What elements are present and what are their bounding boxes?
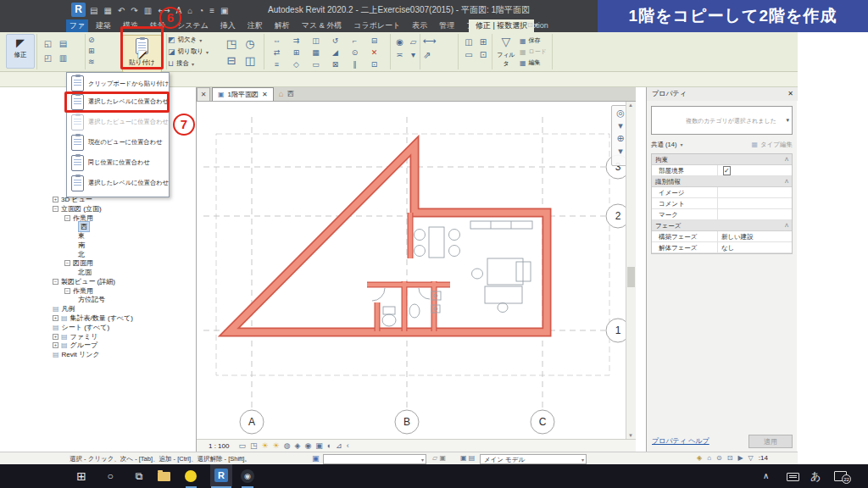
cope-icon[interactable]: ◇ [287, 58, 306, 70]
ribbon-tab-コラボレート[interactable]: コラボレート [348, 19, 406, 32]
property-section-拘束[interactable]: 拘束ᐱ [652, 154, 792, 165]
clipboard-icon[interactable]: ≋ [88, 58, 95, 66]
collapse-icon[interactable]: − [64, 260, 70, 266]
cortana-icon[interactable]: ○ [98, 464, 122, 488]
toilet[interactable] [382, 314, 396, 326]
view-panel-icon[interactable]: ≍ [393, 48, 406, 60]
ribbon-tab-注釈[interactable]: 注釈 [242, 19, 269, 32]
select-links-icon[interactable]: ◈ [697, 454, 702, 462]
wall-icon[interactable]: ▭ [306, 58, 326, 70]
paste-menu-item-4[interactable]: 現在のビューに位置合わせ [67, 132, 169, 152]
browser-item-南[interactable]: 南 [78, 241, 85, 250]
dining-table[interactable] [429, 227, 444, 258]
ribbon-options-icon[interactable]: ⊡ ▾ [527, 21, 538, 29]
geometry-big-icon[interactable]: ◷ [241, 36, 259, 53]
constraints-icon[interactable]: ⊿ [336, 441, 342, 450]
drag-selection-icon[interactable]: ▶ [737, 454, 743, 462]
browser-item-作業用[interactable]: −作業用 [64, 286, 93, 296]
view-panel-icon[interactable]: ▾ [407, 48, 420, 60]
properties-panel-icon[interactable]: ▤ [56, 37, 70, 51]
ribbon-tab-建築[interactable]: 建築 [90, 19, 117, 32]
temporary-hide-icon[interactable]: ◈ [295, 441, 301, 450]
tab-modify-multiselect[interactable]: 修正 | 複数選択 [469, 19, 534, 32]
paste-menu-item-1[interactable]: クリップボードから貼り付け [67, 75, 169, 92]
measure-icon[interactable]: ⇗ [423, 50, 437, 61]
paint-icon[interactable]: ≡ [267, 58, 287, 70]
create-icon[interactable]: ⊡ [476, 48, 490, 60]
reveal-hidden-icon[interactable]: ◉ [304, 441, 311, 450]
taskbar-revit-icon[interactable]: R [210, 464, 232, 486]
analytical-icon[interactable]: ◐ [327, 441, 331, 450]
view-scale[interactable]: 1 : 100 [209, 442, 229, 450]
toilet-2[interactable] [409, 304, 420, 318]
browser-item-集計表/数量 (すべて)[interactable]: +▤集計表/数量 (すべて) [53, 313, 133, 323]
clipboard-icon[interactable]: ⊘ [88, 36, 95, 44]
collapse-icon[interactable]: − [64, 215, 70, 221]
expand-icon[interactable]: + [53, 342, 58, 348]
counter[interactable] [470, 221, 532, 229]
view-panel-icons[interactable]: ◉▱≍▾ [393, 36, 420, 60]
geometry-big-icon[interactable]: ⊟ [222, 53, 241, 69]
create-icon[interactable]: ⊞ [476, 36, 490, 47]
browser-item-東[interactable]: 東 [78, 231, 85, 241]
ribbon-tab-解析[interactable]: 解析 [269, 19, 296, 32]
properties-panel-icon[interactable]: ◱ [41, 37, 55, 51]
vertical-scrollbar[interactable]: ▲ ▼ [626, 102, 636, 439]
properties-panel-icons[interactable]: ◱▤◰▥ [41, 37, 70, 65]
yellow-app-icon[interactable] [185, 470, 197, 482]
geometry-big-icon[interactable]: ◫ [241, 53, 259, 69]
collapse-icon[interactable]: − [53, 206, 58, 212]
selection-ロード-button[interactable]: ▦ロード [520, 47, 547, 56]
properties-panel-icon[interactable]: ◰ [41, 52, 55, 65]
browser-item-西[interactable]: 西 [78, 222, 90, 231]
property-section-フェーズ[interactable]: フェーズᐱ [652, 220, 792, 231]
tab-file[interactable]: ファイル [66, 19, 88, 32]
shadows-icon[interactable]: ☀ [273, 441, 280, 450]
edit-type-button[interactable]: ▦ タイプ編集 [751, 141, 793, 149]
select-pinned-icon[interactable]: ⊙ [716, 454, 722, 462]
clipboard-icon[interactable]: ⊞ [88, 47, 95, 55]
nav-expand-icon[interactable]: ▾ [618, 120, 623, 130]
offset-icon[interactable]: ⇉ [287, 35, 306, 47]
workset-dropdown[interactable]: ▾ [323, 454, 426, 464]
rotate-icon[interactable]: ↺ [326, 35, 345, 47]
obs-icon[interactable]: ◉ [241, 469, 254, 483]
browser-item-立面図 (立面)[interactable]: −立面図 (立面) [53, 204, 102, 214]
sun-path-icon[interactable]: ☀ [262, 441, 269, 450]
touch-keyboard-icon[interactable] [787, 473, 799, 481]
select-by-face-icon[interactable]: ⊡ [727, 454, 733, 462]
paste-menu-item-6[interactable]: 選択したレベルに位置合わせ [67, 173, 169, 193]
ribbon-tab-管理[interactable]: 管理 [433, 19, 460, 32]
scroll-up-icon[interactable]: ▲ [628, 103, 633, 108]
type-selector[interactable]: 複数のカテゴリが選択されました ▾ [651, 106, 793, 135]
windows-start-button[interactable]: ⊞ [70, 464, 93, 488]
copy-icon[interactable]: ⊞ [287, 47, 306, 58]
pin-icon[interactable]: ⊙ [345, 47, 364, 58]
floor-plan-view[interactable]: A B C 3 2 1 ◎▾⊕▾ [197, 102, 626, 439]
file-explorer-icon[interactable] [158, 472, 170, 481]
home-icon[interactable]: ⌂ [279, 87, 284, 101]
create-icon[interactable]: ◫ [462, 36, 476, 47]
geometry-big-icon[interactable]: ◳ [222, 36, 241, 53]
property-section-識別情報[interactable]: 識別情報ᐱ [652, 176, 792, 187]
collapse-icon[interactable]: − [64, 288, 70, 294]
select-underlay-icon[interactable]: ⌂ [707, 454, 711, 462]
expand-icon[interactable]: ‹ [347, 441, 349, 450]
browser-item-北[interactable]: 北 [78, 250, 85, 259]
zoom-expand-icon[interactable]: ▾ [618, 146, 623, 156]
browser-item-凡例[interactable]: ▤凡例 [53, 304, 75, 313]
delete-icon[interactable]: ✕ [364, 47, 384, 58]
view-tab-active[interactable]: ▣ 1階平面図 ✕ [212, 87, 274, 101]
task-view-icon[interactable]: ⧉ [127, 464, 151, 488]
collapse-icon[interactable]: − [53, 279, 58, 285]
geometry-item-切り取り[interactable]: ◪切り取り▾ [168, 47, 209, 57]
desk[interactable] [487, 258, 523, 285]
view-panel-icon[interactable]: ◉ [393, 36, 406, 47]
clipboard-small-icons[interactable]: ⊘⊞≋ [88, 36, 95, 66]
expand-icon[interactable]: + [53, 315, 58, 321]
notification-icon[interactable]: 22 [834, 471, 847, 481]
array-icon[interactable]: ▦ [306, 47, 326, 58]
split-face-icon[interactable]: ∥ [345, 58, 364, 70]
measure-icon[interactable]: ⟷ [423, 36, 437, 47]
browser-item-方位記号[interactable]: 方位記号 [78, 295, 105, 304]
